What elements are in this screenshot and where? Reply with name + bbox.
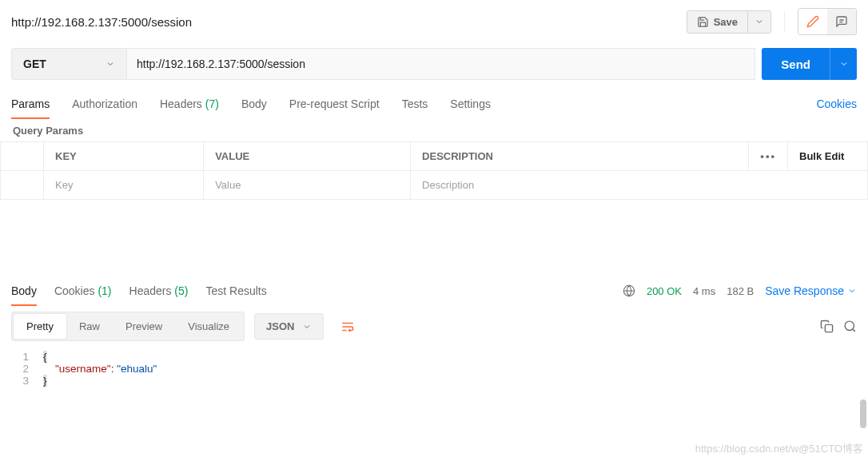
- globe-icon[interactable]: [623, 284, 635, 297]
- send-group: Send: [762, 48, 857, 80]
- send-dropdown[interactable]: [830, 48, 857, 80]
- svg-line-8: [853, 329, 855, 332]
- save-label: Save: [714, 16, 738, 28]
- col-key: KEY: [44, 142, 204, 171]
- view-pretty[interactable]: Pretty: [14, 314, 66, 339]
- save-icon: [697, 16, 709, 28]
- language-label: JSON: [266, 320, 294, 332]
- save-response-label: Save Response: [765, 284, 844, 297]
- wrap-lines-button[interactable]: [333, 313, 362, 340]
- copy-button[interactable]: [820, 320, 834, 333]
- copy-icon: [820, 320, 834, 333]
- bulk-edit-button[interactable]: Bulk Edit: [788, 142, 868, 171]
- query-params-label: Query Params: [0, 118, 868, 141]
- resp-headers-count: (5): [174, 284, 188, 297]
- resp-tab-headers[interactable]: Headers (5): [129, 276, 189, 305]
- comment-button[interactable]: [827, 9, 856, 34]
- search-icon: [843, 320, 857, 333]
- request-header: http://192.168.2.137:5000/session Save: [0, 0, 868, 43]
- tab-headers-label: Headers: [160, 97, 202, 110]
- view-mode-tabs: Pretty Raw Preview Visualize: [11, 312, 245, 341]
- code-brace-open: {: [43, 351, 47, 363]
- tab-headers[interactable]: Headers (7): [160, 89, 219, 118]
- tab-prerequest[interactable]: Pre-request Script: [289, 89, 380, 118]
- table-row[interactable]: Key Value Description: [1, 171, 868, 200]
- tab-settings[interactable]: Settings: [450, 89, 491, 118]
- view-raw[interactable]: Raw: [66, 314, 113, 339]
- tab-body[interactable]: Body: [241, 89, 267, 118]
- chevron-down-icon: [106, 59, 115, 69]
- resp-cookies-label: Cookies: [54, 284, 95, 297]
- value-cell[interactable]: Value: [204, 171, 411, 200]
- search-button[interactable]: [843, 320, 857, 333]
- response-size: 182 B: [727, 285, 754, 297]
- header-icon-group: [798, 8, 857, 35]
- json-key: "username": [55, 363, 111, 375]
- col-description: DESCRIPTION: [411, 142, 749, 171]
- col-check: [1, 142, 44, 171]
- resp-tab-test-results[interactable]: Test Results: [205, 276, 266, 305]
- save-response-button[interactable]: Save Response: [765, 284, 857, 297]
- request-title: http://192.168.2.137:5000/session: [11, 15, 680, 29]
- key-cell[interactable]: Key: [44, 171, 204, 200]
- desc-cell[interactable]: Description: [411, 171, 868, 200]
- pencil-icon: [806, 15, 819, 28]
- chevron-down-icon: [839, 59, 849, 69]
- body-toolbar: Pretty Raw Preview Visualize JSON: [0, 305, 868, 348]
- url-input[interactable]: [127, 48, 755, 80]
- language-select[interactable]: JSON: [254, 313, 324, 340]
- tab-tests[interactable]: Tests: [402, 89, 428, 118]
- chevron-down-icon: [302, 322, 312, 332]
- wrap-icon: [340, 320, 355, 334]
- col-value: VALUE: [204, 142, 411, 171]
- col-more[interactable]: •••: [749, 142, 788, 171]
- view-visualize[interactable]: Visualize: [175, 314, 242, 339]
- response-time: 4 ms: [693, 285, 715, 297]
- params-table: KEY VALUE DESCRIPTION ••• Bulk Edit Key …: [0, 141, 868, 200]
- scrollbar[interactable]: [860, 399, 866, 428]
- more-icon: •••: [760, 150, 776, 162]
- svg-point-7: [845, 321, 854, 330]
- resp-tab-cookies[interactable]: Cookies (1): [54, 276, 112, 305]
- method-label: GET: [23, 58, 46, 70]
- resp-headers-label: Headers: [129, 284, 172, 297]
- cookies-link[interactable]: Cookies: [816, 89, 857, 118]
- edit-button[interactable]: [798, 9, 827, 34]
- comment-icon: [835, 15, 848, 28]
- request-tabs: Params Authorization Headers (7) Body Pr…: [0, 89, 868, 118]
- chevron-down-icon: [755, 17, 764, 26]
- view-preview[interactable]: Preview: [113, 314, 175, 339]
- save-button[interactable]: Save: [687, 11, 747, 33]
- watermark: https://blog.csdn.net/w@51CTO博客: [695, 442, 863, 456]
- tab-params[interactable]: Params: [11, 89, 50, 118]
- divider: [784, 12, 785, 31]
- response-meta: 200 OK 4 ms 182 B Save Response: [623, 284, 857, 297]
- resp-cookies-count: (1): [98, 284, 111, 297]
- save-dropdown[interactable]: [747, 11, 770, 33]
- status-code: 200 OK: [647, 285, 682, 297]
- send-button[interactable]: Send: [762, 48, 830, 80]
- tab-authorization[interactable]: Authorization: [72, 89, 137, 118]
- response-body[interactable]: 1{ 2 "username": "ehualu" 3}: [0, 348, 868, 387]
- save-button-group: Save: [687, 10, 771, 34]
- method-select[interactable]: GET: [11, 48, 127, 80]
- resp-tab-body[interactable]: Body: [11, 276, 37, 305]
- response-tabs: Body Cookies (1) Headers (5) Test Result…: [0, 276, 868, 305]
- tab-headers-count: (7): [205, 97, 219, 110]
- json-value: "ehualu": [117, 363, 157, 375]
- svg-rect-6: [825, 324, 832, 332]
- chevron-down-icon: [847, 286, 857, 296]
- request-line: GET Send: [0, 43, 868, 89]
- code-brace-close: }: [43, 375, 47, 387]
